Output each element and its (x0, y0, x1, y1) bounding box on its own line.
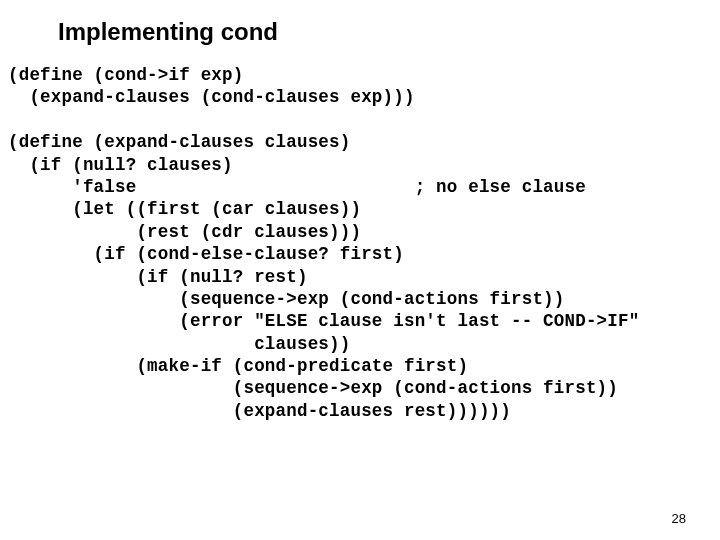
page-number: 28 (672, 511, 686, 526)
code-block: (define (cond->if exp) (expand-clauses (… (0, 46, 720, 422)
slide-title: Implementing cond (0, 0, 720, 46)
